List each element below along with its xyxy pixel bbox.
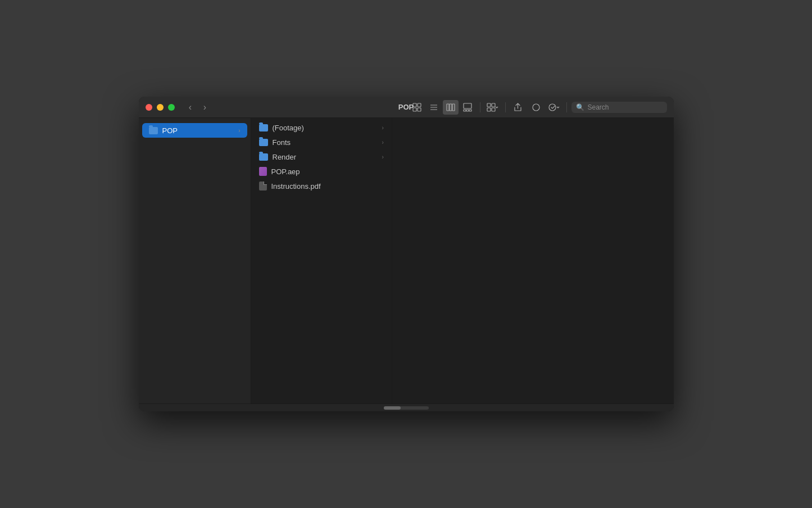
file-item-instructions[interactable]: Instructions.pdf (251, 179, 392, 193)
sidebar-arrow: › (238, 128, 240, 134)
svg-rect-8 (450, 104, 452, 111)
svg-rect-3 (418, 108, 421, 111)
separator-1 (480, 102, 480, 112)
search-icon: 🔍 (576, 103, 584, 111)
svg-rect-1 (418, 103, 421, 107)
file-item-name: Render (273, 153, 378, 161)
finder-window: ‹ › POP (139, 97, 674, 411)
file-pane-1: (Footage) › Fonts › Render › POP.aep Ins… (251, 118, 392, 403)
bottom-bar (139, 403, 674, 411)
folder-icon (259, 153, 268, 161)
svg-rect-7 (447, 104, 449, 111)
svg-rect-12 (466, 110, 469, 111)
back-button[interactable]: ‹ (184, 101, 197, 114)
svg-rect-16 (487, 108, 491, 111)
chevron-right-icon: › (382, 125, 383, 131)
file-item-pop-aep[interactable]: POP.aep (251, 164, 392, 179)
scrollbar-track (384, 406, 429, 410)
search-input[interactable] (588, 103, 663, 111)
aep-icon (259, 167, 267, 176)
folder-icon (259, 124, 268, 131)
svg-point-18 (533, 104, 539, 111)
file-item-name: (Footage) (273, 124, 378, 132)
file-item-footage[interactable]: (Footage) › (251, 120, 392, 135)
pdf-icon (259, 182, 267, 190)
sidebar-item-label: POP (162, 126, 178, 135)
chevron-right-icon: › (382, 154, 383, 160)
close-button[interactable] (146, 104, 152, 111)
main-content: POP › (Footage) › Fonts › Render › (139, 118, 674, 403)
traffic-lights (146, 104, 175, 111)
minimize-button[interactable] (157, 104, 164, 111)
forward-button[interactable]: › (198, 101, 212, 114)
file-item-fonts[interactable]: Fonts › (251, 135, 392, 149)
column-view-button[interactable] (443, 100, 459, 115)
svg-rect-11 (464, 110, 466, 111)
chevron-right-icon: › (382, 139, 383, 146)
svg-rect-10 (464, 103, 471, 108)
separator-2 (505, 102, 506, 112)
view-icons (409, 100, 475, 115)
search-bar[interactable]: 🔍 (571, 102, 667, 113)
more-button[interactable] (546, 100, 562, 115)
sidebar: POP › (139, 118, 251, 403)
title-bar: ‹ › POP (139, 97, 674, 118)
nav-buttons: ‹ › (184, 101, 212, 114)
preview-pane (392, 118, 674, 403)
file-item-name: POP.aep (271, 167, 384, 176)
file-item-name: Instructions.pdf (271, 182, 384, 190)
separator-3 (566, 102, 567, 112)
svg-point-19 (549, 104, 556, 111)
file-item-name: Fonts (273, 138, 378, 147)
gallery-view-button[interactable] (460, 100, 475, 115)
list-view-button[interactable] (426, 100, 442, 115)
scrollbar-thumb[interactable] (384, 406, 401, 410)
svg-rect-14 (487, 103, 491, 107)
arrange-button[interactable] (485, 100, 501, 115)
tag-button[interactable] (528, 100, 544, 115)
sidebar-item-pop[interactable]: POP › (142, 123, 247, 138)
file-item-render[interactable]: Render › (251, 149, 392, 164)
share-button[interactable] (510, 100, 526, 115)
folder-icon (259, 139, 268, 146)
window-title: POP (398, 103, 414, 111)
maximize-button[interactable] (168, 104, 175, 111)
svg-rect-9 (452, 104, 455, 111)
svg-rect-13 (469, 110, 471, 111)
folder-icon (149, 127, 158, 134)
toolbar-right: 🔍 (409, 100, 667, 115)
